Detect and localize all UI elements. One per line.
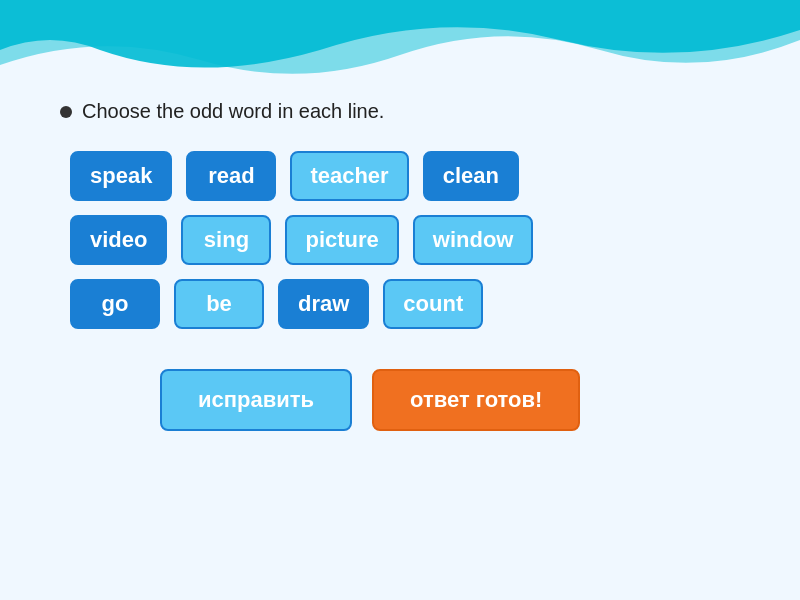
- word-btn-1-0[interactable]: video: [70, 215, 167, 265]
- action-row: исправить ответ готов!: [160, 369, 770, 431]
- word-row-0: speakreadteacherclean: [70, 151, 770, 201]
- word-btn-2-2[interactable]: draw: [278, 279, 369, 329]
- word-btn-0-1[interactable]: read: [186, 151, 276, 201]
- word-row-1: videosingpicturewindow: [70, 215, 770, 265]
- fix-button[interactable]: исправить: [160, 369, 352, 431]
- word-btn-0-0[interactable]: speak: [70, 151, 172, 201]
- word-btn-2-0[interactable]: go: [70, 279, 160, 329]
- word-btn-1-3[interactable]: window: [413, 215, 534, 265]
- ready-button[interactable]: ответ готов!: [372, 369, 580, 431]
- wave-header: [0, 0, 800, 90]
- main-content: Choose the odd word in each line. speakr…: [60, 100, 770, 431]
- bullet-point: [60, 106, 72, 118]
- word-btn-2-3[interactable]: count: [383, 279, 483, 329]
- instruction-text: Choose the odd word in each line.: [82, 100, 384, 123]
- word-btn-0-2[interactable]: teacher: [290, 151, 408, 201]
- word-btn-1-2[interactable]: picture: [285, 215, 398, 265]
- word-row-2: gobedrawcount: [70, 279, 770, 329]
- word-btn-1-1[interactable]: sing: [181, 215, 271, 265]
- word-grid: speakreadteachercleanvideosingpicturewin…: [70, 151, 770, 329]
- word-btn-0-3[interactable]: clean: [423, 151, 519, 201]
- instruction: Choose the odd word in each line.: [60, 100, 770, 123]
- word-btn-2-1[interactable]: be: [174, 279, 264, 329]
